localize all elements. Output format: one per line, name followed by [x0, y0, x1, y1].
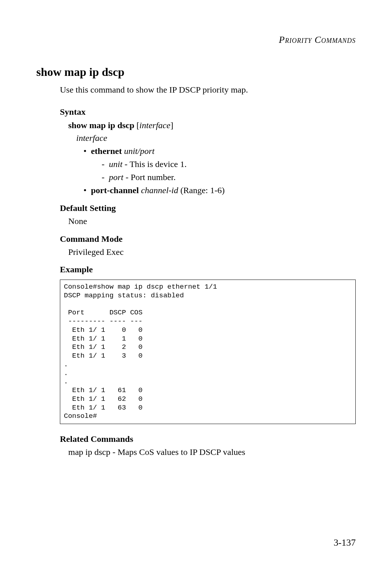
port-desc: - Port number. — [123, 172, 176, 182]
dash-icon: - — [102, 159, 109, 169]
commandmode-label: Command Mode — [60, 234, 356, 244]
intro-text: Use this command to show the IP DSCP pri… — [60, 84, 356, 95]
portchannel-desc: (Range: 1-6) — [178, 186, 225, 195]
port-desc-line: - port - Port number. — [102, 171, 356, 184]
ethernet-bold: ethernet — [91, 146, 122, 156]
syntax-label: Syntax — [60, 107, 356, 117]
example-code: Console#show map ip dscp ethernet 1/1 DS… — [60, 280, 356, 424]
syntax-command: show map ip dscp [interface] — [68, 119, 356, 132]
unit-desc: - This is device 1. — [122, 159, 187, 169]
syntax-interface-line: interface — [76, 132, 356, 144]
portchannel-italic: channel-id — [141, 186, 178, 195]
portchannel-bullet: • port-channel channel-id (Range: 1-6) — [83, 184, 356, 197]
ethernet-slash: / — [138, 146, 140, 156]
dash-icon: - — [102, 172, 109, 182]
portchannel-bold: port-channel — [91, 186, 139, 195]
syntax-bracket-open: [ — [136, 121, 139, 130]
example-label: Example — [60, 265, 356, 274]
chapter-header: Priority Commands — [36, 34, 356, 45]
ethernet-port: port — [140, 146, 155, 156]
command-title: show map ip dscp — [36, 65, 356, 79]
related-label: Related Commands — [60, 434, 356, 444]
commandmode-value: Privileged Exec — [68, 246, 356, 258]
default-value: None — [68, 215, 356, 228]
unit-desc-line: - unit - This is device 1. — [102, 158, 356, 171]
default-label: Default Setting — [60, 203, 356, 213]
ethernet-unit: unit — [124, 146, 138, 156]
syntax-cmd-bold: show map ip dscp — [68, 121, 134, 130]
bullet-dot-icon: • — [83, 186, 91, 195]
syntax-param: interface — [139, 121, 170, 130]
page-number: 3-137 — [334, 537, 356, 548]
port-italic: port — [109, 172, 123, 182]
unit-italic: unit — [109, 159, 122, 169]
bullet-dot-icon: • — [83, 146, 91, 156]
related-value: map ip dscp - Maps CoS values to IP DSCP… — [68, 446, 356, 459]
syntax-bracket-close: ] — [170, 121, 173, 130]
ethernet-bullet: • ethernet unit/port — [83, 144, 356, 158]
